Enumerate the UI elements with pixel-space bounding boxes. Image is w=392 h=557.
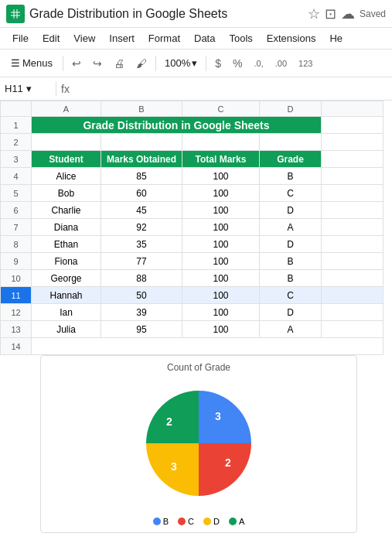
undo-button[interactable]: ↩: [67, 54, 86, 73]
cell-e1[interactable]: [322, 117, 383, 134]
cell-d8[interactable]: D: [260, 236, 322, 253]
cell-d12[interactable]: D: [260, 304, 322, 321]
dec-increase-button[interactable]: .00: [271, 56, 291, 71]
cell-a6[interactable]: Charlie: [32, 202, 101, 219]
cell-a11[interactable]: Hannah: [32, 287, 101, 304]
cell-d4[interactable]: B: [260, 168, 322, 185]
cell-b10[interactable]: 88: [101, 270, 182, 287]
dollar-button[interactable]: $: [210, 54, 226, 73]
cell-c2[interactable]: [182, 134, 260, 151]
legend-label-c: C: [188, 517, 194, 526]
cell-c6[interactable]: 100: [182, 202, 260, 219]
cell-e6[interactable]: [322, 202, 383, 219]
menu-tools[interactable]: Tools: [223, 30, 258, 46]
cell-e7[interactable]: [322, 219, 383, 236]
cell-d13[interactable]: A: [260, 321, 322, 338]
cell-b5[interactable]: 60: [101, 185, 182, 202]
col-header-c[interactable]: C: [182, 101, 260, 117]
cell-a2[interactable]: [32, 134, 101, 151]
print-button[interactable]: 🖨: [109, 54, 129, 73]
cell-a5[interactable]: Bob: [32, 185, 101, 202]
cell-b8[interactable]: 35: [101, 236, 182, 253]
menu-insert[interactable]: Insert: [103, 30, 141, 46]
cell-b9[interactable]: 77: [101, 253, 182, 270]
cell-e4[interactable]: [322, 168, 383, 185]
menu-file[interactable]: File: [6, 30, 35, 46]
document-title: Grade Distribution in Google Sheets: [29, 7, 303, 21]
cell-b4[interactable]: 85: [101, 168, 182, 185]
cell-d11[interactable]: C: [260, 287, 322, 304]
cell-d9[interactable]: B: [260, 253, 322, 270]
cell-c5[interactable]: 100: [182, 185, 260, 202]
cell-c7[interactable]: 100: [182, 219, 260, 236]
cell-d2[interactable]: [260, 134, 322, 151]
chart-area: 3 2 3 2: [137, 376, 261, 514]
header-grade[interactable]: Grade: [260, 151, 322, 168]
cell-e5[interactable]: [322, 185, 383, 202]
cell-e10[interactable]: [322, 270, 383, 287]
menu-help[interactable]: He: [323, 30, 349, 46]
cell-e13[interactable]: [322, 321, 383, 338]
cell-c12[interactable]: 100: [182, 304, 260, 321]
cell-ref-dropdown-icon[interactable]: ▾: [26, 83, 32, 94]
col-header-d[interactable]: D: [260, 101, 322, 117]
formula-input[interactable]: [74, 83, 387, 94]
cell-e12[interactable]: [322, 304, 383, 321]
dec-decrease-button[interactable]: .0,: [250, 56, 268, 71]
menu-view[interactable]: View: [67, 30, 101, 46]
cell-b13[interactable]: 95: [101, 321, 182, 338]
number-format-button[interactable]: 123: [294, 56, 317, 71]
title-cell[interactable]: Grade Distribution in Google Sheets: [32, 117, 322, 134]
cell-c11[interactable]: 100: [182, 287, 260, 304]
cell-a4[interactable]: Alice: [32, 168, 101, 185]
menus-button[interactable]: ☰ Menus: [5, 54, 59, 72]
percent-button[interactable]: %: [228, 54, 247, 73]
cell-b7[interactable]: 92: [101, 219, 182, 236]
cell-a9[interactable]: Fiona: [32, 253, 101, 270]
cell-d10[interactable]: B: [260, 270, 322, 287]
header-marks[interactable]: Marks Obtained: [101, 151, 182, 168]
menu-data[interactable]: Data: [188, 30, 221, 46]
col-header-e[interactable]: [322, 101, 383, 117]
cell-b2[interactable]: [101, 134, 182, 151]
menu-edit[interactable]: Edit: [36, 30, 66, 46]
cell-e11[interactable]: [322, 287, 383, 304]
cell-c10[interactable]: 100: [182, 270, 260, 287]
star-icon[interactable]: ☆: [308, 5, 320, 22]
cell-e8[interactable]: [322, 236, 383, 253]
chart-row-14: [32, 338, 383, 355]
cell-b6[interactable]: 45: [101, 202, 182, 219]
cell-a10[interactable]: George: [32, 270, 101, 287]
cell-e3[interactable]: [322, 151, 383, 168]
cell-b11[interactable]: 50: [101, 287, 182, 304]
menu-extensions[interactable]: Extensions: [261, 30, 322, 46]
cell-d6[interactable]: D: [260, 202, 322, 219]
zoom-button[interactable]: 100% ▾: [160, 55, 202, 71]
folder-icon[interactable]: ⊡: [325, 5, 336, 22]
legend-dot-b: [153, 518, 161, 525]
cell-a12[interactable]: Ian: [32, 304, 101, 321]
col-header-b[interactable]: B: [101, 101, 182, 117]
cell-e2[interactable]: [322, 134, 383, 151]
col-header-a[interactable]: A: [32, 101, 101, 117]
chart-container: Count of Grade 3 2 3 2: [40, 355, 357, 533]
paint-format-button[interactable]: 🖌: [131, 54, 152, 73]
cell-c8[interactable]: 100: [182, 236, 260, 253]
cell-a8[interactable]: Ethan: [32, 236, 101, 253]
cell-e9[interactable]: [322, 253, 383, 270]
menu-format[interactable]: Format: [142, 30, 186, 46]
cell-d7[interactable]: A: [260, 219, 322, 236]
cell-c4[interactable]: 100: [182, 168, 260, 185]
header-total[interactable]: Total Marks: [182, 151, 260, 168]
cell-c13[interactable]: 100: [182, 321, 260, 338]
cell-c9[interactable]: 100: [182, 253, 260, 270]
redo-button[interactable]: ↪: [88, 54, 107, 73]
cell-reference[interactable]: H11 ▾: [5, 83, 51, 94]
header-student[interactable]: Student: [32, 151, 101, 168]
cell-a7[interactable]: Diana: [32, 219, 101, 236]
cell-a13[interactable]: Julia: [32, 321, 101, 338]
legend-b: B: [153, 517, 169, 526]
spreadsheet-grid: A B C D 1 Grade Distribution in Google S…: [0, 101, 392, 355]
cell-b12[interactable]: 39: [101, 304, 182, 321]
cell-d5[interactable]: C: [260, 185, 322, 202]
